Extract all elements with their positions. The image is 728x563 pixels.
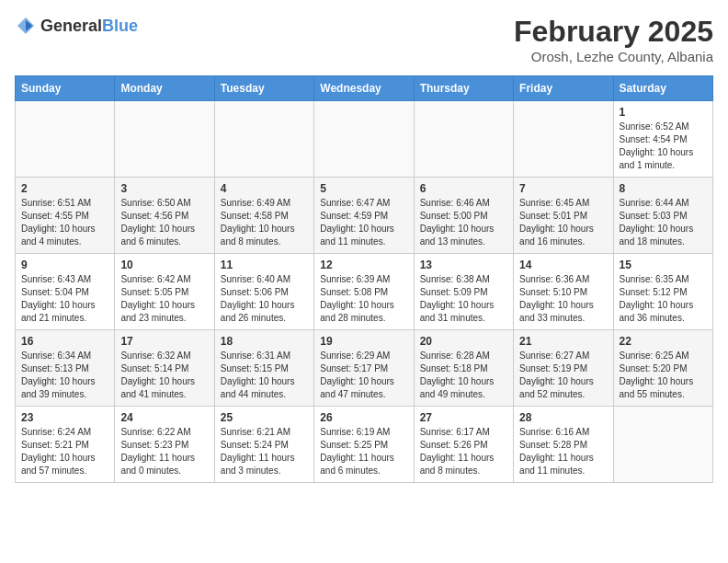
weekday-header-saturday: Saturday (613, 76, 712, 101)
day-info: Sunrise: 6:32 AM Sunset: 5:14 PM Dayligh… (120, 350, 208, 401)
calendar-table: SundayMondayTuesdayWednesdayThursdayFrid… (15, 75, 713, 483)
day-info: Sunrise: 6:40 AM Sunset: 5:06 PM Dayligh… (221, 273, 308, 325)
day-number: 4 (221, 182, 308, 195)
weekday-header-friday: Friday (514, 76, 613, 101)
day-info: Sunrise: 6:28 AM Sunset: 5:18 PM Dayligh… (420, 350, 507, 401)
calendar-day-cell: 12Sunrise: 6:39 AM Sunset: 5:08 PM Dayli… (314, 254, 414, 330)
location-title: Orosh, Lezhe County, Albania (514, 49, 713, 64)
day-number: 13 (420, 259, 507, 271)
calendar-day-cell: 11Sunrise: 6:40 AM Sunset: 5:06 PM Dayli… (214, 254, 313, 330)
calendar-day-cell: 15Sunrise: 6:35 AM Sunset: 5:12 PM Dayli… (613, 254, 712, 330)
day-info: Sunrise: 6:16 AM Sunset: 5:28 PM Dayligh… (519, 426, 607, 477)
logo-blue: Blue (102, 17, 138, 35)
calendar-day-cell: 6Sunrise: 6:46 AM Sunset: 5:00 PM Daylig… (414, 178, 513, 254)
day-number: 7 (519, 182, 607, 195)
calendar-day-cell: 20Sunrise: 6:28 AM Sunset: 5:18 PM Dayli… (414, 330, 513, 407)
calendar-day-cell: 19Sunrise: 6:29 AM Sunset: 5:17 PM Dayli… (314, 330, 414, 407)
calendar-day-cell: 17Sunrise: 6:32 AM Sunset: 5:14 PM Dayli… (115, 330, 214, 407)
logo: GeneralBlue (15, 15, 138, 37)
day-number: 23 (21, 411, 108, 424)
day-number: 19 (320, 335, 407, 348)
weekday-header-thursday: Thursday (414, 76, 513, 101)
day-info: Sunrise: 6:42 AM Sunset: 5:05 PM Dayligh… (120, 273, 208, 325)
calendar-day-cell: 4Sunrise: 6:49 AM Sunset: 4:58 PM Daylig… (214, 178, 313, 254)
calendar-week-row: 1Sunrise: 6:52 AM Sunset: 4:54 PM Daylig… (16, 101, 713, 178)
day-info: Sunrise: 6:22 AM Sunset: 5:23 PM Dayligh… (120, 426, 208, 477)
calendar-day-cell: 25Sunrise: 6:21 AM Sunset: 5:24 PM Dayli… (214, 407, 313, 483)
calendar-day-cell (414, 101, 513, 178)
calendar-day-cell (314, 101, 414, 178)
calendar-day-cell (115, 101, 214, 178)
day-number: 21 (519, 335, 607, 348)
day-number: 25 (221, 411, 308, 424)
day-info: Sunrise: 6:47 AM Sunset: 4:59 PM Dayligh… (320, 197, 407, 248)
logo-general: General (40, 17, 102, 35)
calendar-day-cell: 13Sunrise: 6:38 AM Sunset: 5:09 PM Dayli… (414, 254, 513, 330)
day-info: Sunrise: 6:49 AM Sunset: 4:58 PM Dayligh… (221, 197, 308, 248)
calendar-day-cell: 21Sunrise: 6:27 AM Sunset: 5:19 PM Dayli… (514, 330, 613, 407)
day-info: Sunrise: 6:34 AM Sunset: 5:13 PM Dayligh… (21, 350, 108, 401)
day-info: Sunrise: 6:21 AM Sunset: 5:24 PM Dayligh… (221, 426, 308, 477)
day-number: 9 (21, 259, 108, 271)
calendar-day-cell: 3Sunrise: 6:50 AM Sunset: 4:56 PM Daylig… (115, 178, 214, 254)
day-number: 15 (620, 259, 707, 271)
day-info: Sunrise: 6:52 AM Sunset: 4:54 PM Dayligh… (620, 121, 707, 172)
calendar-day-cell (214, 101, 313, 178)
weekday-header-monday: Monday (115, 76, 214, 101)
calendar-day-cell (514, 101, 613, 178)
day-number: 24 (120, 411, 208, 424)
day-number: 18 (221, 335, 308, 348)
day-number: 1 (620, 106, 707, 119)
logo-icon (15, 15, 37, 37)
day-number: 10 (120, 259, 208, 271)
calendar-day-cell: 16Sunrise: 6:34 AM Sunset: 5:13 PM Dayli… (16, 330, 115, 407)
calendar-day-cell: 23Sunrise: 6:24 AM Sunset: 5:21 PM Dayli… (16, 407, 115, 483)
day-number: 2 (21, 182, 108, 195)
day-info: Sunrise: 6:25 AM Sunset: 5:20 PM Dayligh… (620, 350, 707, 401)
calendar-week-row: 23Sunrise: 6:24 AM Sunset: 5:21 PM Dayli… (16, 407, 713, 483)
calendar-day-cell: 1Sunrise: 6:52 AM Sunset: 4:54 PM Daylig… (613, 101, 712, 178)
day-number: 16 (21, 335, 108, 348)
calendar-week-row: 2Sunrise: 6:51 AM Sunset: 4:55 PM Daylig… (16, 178, 713, 254)
month-title: February 2025 (514, 15, 713, 49)
day-info: Sunrise: 6:39 AM Sunset: 5:08 PM Dayligh… (320, 273, 407, 325)
day-info: Sunrise: 6:51 AM Sunset: 4:55 PM Dayligh… (21, 197, 108, 248)
day-info: Sunrise: 6:17 AM Sunset: 5:26 PM Dayligh… (420, 426, 507, 477)
calendar-day-cell (613, 407, 712, 483)
day-number: 28 (519, 411, 607, 424)
calendar-day-cell (16, 101, 115, 178)
day-number: 17 (120, 335, 208, 348)
day-info: Sunrise: 6:43 AM Sunset: 5:04 PM Dayligh… (21, 273, 108, 325)
calendar-day-cell: 28Sunrise: 6:16 AM Sunset: 5:28 PM Dayli… (514, 407, 613, 483)
calendar-day-cell: 5Sunrise: 6:47 AM Sunset: 4:59 PM Daylig… (314, 178, 414, 254)
weekday-header-tuesday: Tuesday (214, 76, 313, 101)
calendar-week-row: 16Sunrise: 6:34 AM Sunset: 5:13 PM Dayli… (16, 330, 713, 407)
day-number: 5 (320, 182, 407, 195)
calendar-day-cell: 2Sunrise: 6:51 AM Sunset: 4:55 PM Daylig… (16, 178, 115, 254)
calendar-day-cell: 10Sunrise: 6:42 AM Sunset: 5:05 PM Dayli… (115, 254, 214, 330)
calendar-day-cell: 14Sunrise: 6:36 AM Sunset: 5:10 PM Dayli… (514, 254, 613, 330)
day-info: Sunrise: 6:31 AM Sunset: 5:15 PM Dayligh… (221, 350, 308, 401)
day-info: Sunrise: 6:38 AM Sunset: 5:09 PM Dayligh… (420, 273, 507, 325)
day-info: Sunrise: 6:44 AM Sunset: 5:03 PM Dayligh… (620, 197, 707, 248)
day-number: 20 (420, 335, 507, 348)
day-info: Sunrise: 6:50 AM Sunset: 4:56 PM Dayligh… (120, 197, 208, 248)
calendar-day-cell: 18Sunrise: 6:31 AM Sunset: 5:15 PM Dayli… (214, 330, 313, 407)
calendar-day-cell: 8Sunrise: 6:44 AM Sunset: 5:03 PM Daylig… (613, 178, 712, 254)
day-info: Sunrise: 6:36 AM Sunset: 5:10 PM Dayligh… (519, 273, 607, 325)
page-header: GeneralBlue February 2025 Orosh, Lezhe C… (15, 15, 713, 64)
day-info: Sunrise: 6:35 AM Sunset: 5:12 PM Dayligh… (620, 273, 707, 325)
day-info: Sunrise: 6:27 AM Sunset: 5:19 PM Dayligh… (519, 350, 607, 401)
weekday-header-row: SundayMondayTuesdayWednesdayThursdayFrid… (16, 76, 713, 101)
calendar-day-cell: 9Sunrise: 6:43 AM Sunset: 5:04 PM Daylig… (16, 254, 115, 330)
day-number: 26 (320, 411, 407, 424)
day-number: 6 (420, 182, 507, 195)
day-number: 8 (620, 182, 707, 195)
day-info: Sunrise: 6:24 AM Sunset: 5:21 PM Dayligh… (21, 426, 108, 477)
weekday-header-wednesday: Wednesday (314, 76, 414, 101)
day-info: Sunrise: 6:29 AM Sunset: 5:17 PM Dayligh… (320, 350, 407, 401)
day-number: 11 (221, 259, 308, 271)
day-number: 3 (120, 182, 208, 195)
day-info: Sunrise: 6:46 AM Sunset: 5:00 PM Dayligh… (420, 197, 507, 248)
day-info: Sunrise: 6:19 AM Sunset: 5:25 PM Dayligh… (320, 426, 407, 477)
